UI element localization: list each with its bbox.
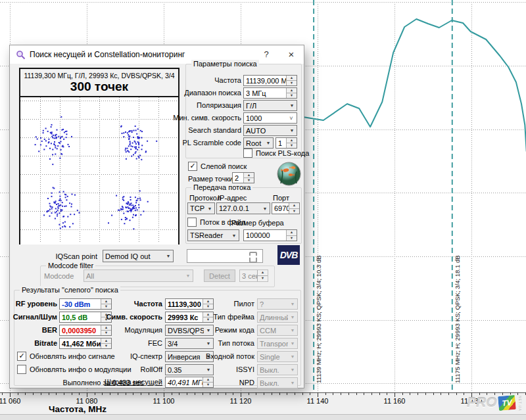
aquarium-icon	[277, 162, 301, 186]
issyi-dropdown: Выкл.▼	[257, 364, 298, 375]
packet-counter	[187, 249, 263, 263]
carrier-width-link[interactable]: Ширина несущей	[57, 378, 162, 386]
constellation-plot	[20, 96, 178, 245]
checkbox-box[interactable]	[243, 149, 252, 158]
search-standard-dropdown[interactable]: AUTO▼	[243, 125, 297, 136]
protv-watermark: PRO TV NET.UA	[467, 393, 526, 414]
pl-scramble-code-dropdown[interactable]: Root▼	[243, 137, 274, 149]
carrier-marker-label-1: 11139 MHz; H; 29993 KS; QPSK; 3/4; 10.3 …	[315, 255, 322, 383]
x-tick-label: 11 140	[307, 397, 329, 405]
symbol-rate-label: Симв. скорость	[57, 313, 162, 321]
fec-label: FEC	[57, 339, 162, 347]
chevron-down-icon: ▼	[288, 302, 297, 306]
chevron-down-icon: ▼	[287, 128, 297, 133]
npd-dropdown: Выкл.▼	[257, 377, 298, 388]
search-standard-label: Search standard	[160, 126, 241, 134]
spin-buttons[interactable]: ▲▼	[286, 138, 297, 148]
checkbox-box[interactable]: ✓	[17, 352, 26, 361]
modcode-dropdown: All▼	[84, 269, 193, 282]
search-params-title: Параметры поиска	[191, 60, 259, 68]
polarization-dropdown[interactable]: Г/Л▼	[243, 100, 297, 111]
ip-address-dropdown[interactable]: 127.0.0.1▼	[216, 202, 270, 214]
checkbox-box[interactable]	[187, 218, 197, 227]
port-stepper[interactable]: 6970 ▲▼	[272, 202, 300, 214]
pl-scramble-code-label: PL Scramble code	[160, 139, 241, 147]
watermark-tv-logo: TV	[497, 394, 517, 411]
detect-interval-stepper: 3 сек ▲▼	[239, 269, 268, 282]
snr-label: Сигнал/Шум	[5, 313, 57, 321]
chevron-down-icon: ▼	[260, 206, 270, 211]
modcode-filter-title: Modcode filter	[46, 262, 95, 269]
port-label: Порт	[273, 194, 289, 202]
checkbox-box[interactable]	[17, 365, 26, 374]
constellation-points-count: 300 точек	[20, 80, 178, 94]
frequency-stepper[interactable]: 11139,000 МГц▲▼	[243, 75, 297, 86]
search-range-label: Диапазон поиска	[160, 89, 241, 97]
iqscan-dropdown[interactable]: Demod IQ out▼	[103, 250, 174, 262]
dot-size-label: Размер точки	[188, 175, 233, 183]
chevron-down-icon: ▼	[288, 367, 297, 372]
chevron-down-icon: ▼	[288, 381, 297, 385]
screen: 11139 MHz; H; 29993 KS; QPSK; 3/4; 10.3 …	[0, 0, 526, 420]
close-button[interactable]: ×	[280, 45, 302, 64]
protocol-dropdown[interactable]: TCP▼	[187, 202, 215, 214]
counter-digit-zero	[249, 252, 257, 263]
chevron-down-icon: ▼	[288, 354, 297, 359]
chevron-down-icon: ▼	[264, 141, 273, 145]
stream-group-title: Передача потока	[191, 183, 252, 191]
blind-search-results-group: Результаты "слепого" поиска RF уровень-3…	[14, 290, 301, 386]
pilot-dropdown: ?▼	[257, 298, 298, 310]
ip-label: IP-адрес	[218, 194, 247, 202]
watermark-side-text: NET.UA	[518, 396, 522, 411]
min-symbol-rate-combo[interactable]: 1000˅	[243, 112, 297, 124]
spin-buttons[interactable]: ▲▼	[286, 76, 297, 85]
iq-spectrum-label: IQ-спектр	[57, 352, 162, 360]
detect-button: Detect	[204, 269, 235, 282]
rolloff-label: RollOff	[57, 365, 162, 373]
dialog-title: Поиск несущей и Constellation-мониторинг	[30, 50, 185, 59]
checkbox-box[interactable]: ✓	[188, 162, 197, 171]
chevron-down-icon: ▼	[229, 233, 239, 238]
frame-type-label: Тип фрейма	[182, 313, 254, 321]
constellation-header: 11139,300 МГц, Г/Л, 29993 Кс, DVBS/QPSK,…	[20, 72, 178, 80]
issyi-label: ISSYI	[182, 365, 254, 373]
npd-label: NPD	[182, 379, 254, 386]
rf-level-label: RF уровень	[5, 300, 57, 308]
protocol-label: Протокол	[189, 194, 221, 202]
bitrate-label: Bitrate	[5, 339, 57, 347]
min-symbol-rate-label: Мин. симв. скорость	[160, 114, 241, 122]
x-tick-label: 11 120	[230, 397, 252, 405]
pilot-label: Пилот	[182, 300, 254, 308]
polarization-label: Поляризация	[160, 101, 241, 109]
spin-buttons[interactable]: ▲▼	[289, 203, 299, 214]
spin-buttons[interactable]: ▲▼	[286, 230, 297, 241]
blind-search-checkbox[interactable]: ✓Слепой поиск	[188, 162, 247, 171]
spin-buttons[interactable]: ▲▼	[243, 173, 254, 183]
dot-size-stepper[interactable]: 2 ▲▼	[232, 172, 254, 183]
spin-buttons[interactable]: ▲▼	[286, 88, 297, 98]
chevron-down-icon: ▼	[287, 103, 297, 108]
code-mode-dropdown: CCM▼	[257, 325, 298, 336]
pls-search-checkbox[interactable]: Поиск PLS-кода	[243, 149, 309, 158]
magnifier-icon	[16, 50, 26, 60]
modulation-label: Модуляция	[57, 326, 162, 334]
input-stream-dropdown: Single▼	[257, 351, 298, 362]
frame-type-dropdown: Длинный▼	[257, 312, 298, 323]
search-range-stepper[interactable]: 3 МГц▲▼	[243, 87, 297, 99]
buffer-size-stepper[interactable]: 100000 ▲▼	[243, 229, 297, 241]
carrier-marker-label-2: 11175 MHz; H; 29993 KS; QPSK; 3/4; 18.1 …	[454, 255, 461, 383]
spin-buttons: ▲▼	[257, 270, 268, 281]
dialog-titlebar[interactable]: Поиск несущей и Constellation-мониторинг…	[10, 45, 304, 64]
ber-label: BER	[5, 326, 57, 334]
modcode-label: Modcode	[44, 272, 74, 280]
pl-scramble-code-stepper[interactable]: 1▲▼	[275, 137, 297, 149]
reader-dropdown[interactable]: TSReader▼	[187, 229, 239, 241]
frequency-label: Частота	[160, 76, 241, 84]
buffer-size-label: Размер буфера	[231, 219, 284, 227]
chevron-down-icon: ▼	[164, 254, 173, 258]
search-params-group: Параметры поиска Частота11139,000 МГц▲▼Д…	[185, 64, 302, 158]
x-tick-label: 11 100	[153, 397, 175, 405]
chevron-down-icon: ▼	[288, 341, 297, 346]
chevron-down-icon: ▼	[183, 273, 193, 278]
stream-type-label: Тип потока	[182, 339, 254, 347]
